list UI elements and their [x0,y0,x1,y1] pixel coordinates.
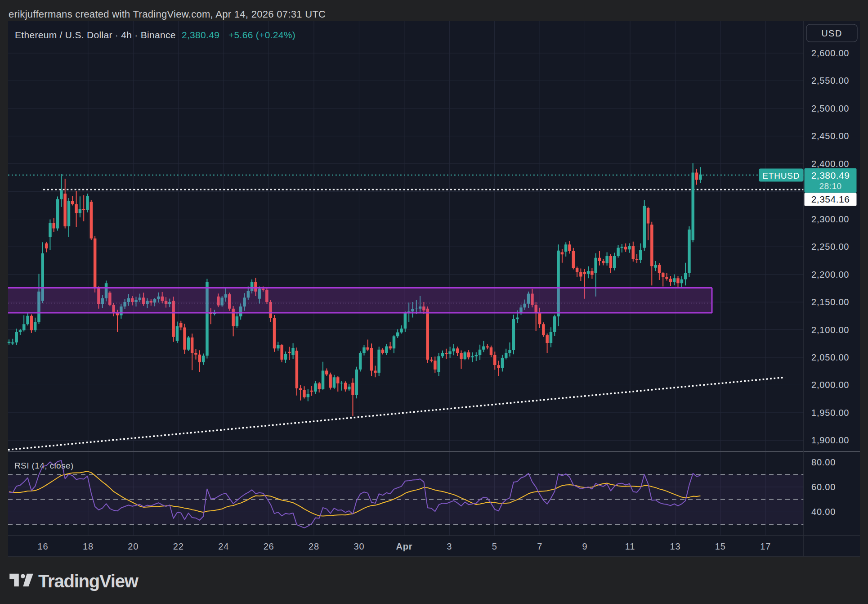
svg-text:2,354.16: 2,354.16 [811,194,850,204]
svg-text:60.00: 60.00 [811,482,836,492]
svg-text:TradingView: TradingView [38,571,139,591]
svg-text:80.00: 80.00 [811,457,836,467]
svg-text:2,150.00: 2,150.00 [811,297,849,307]
svg-text:11: 11 [625,541,635,551]
svg-text:Ethereum / U.S. Dollar · 4h ·: Ethereum / U.S. Dollar · 4h · Binance [15,30,176,40]
svg-text:2,600.00: 2,600.00 [811,48,849,58]
svg-text:Apr: Apr [396,541,412,551]
svg-text:40.00: 40.00 [811,507,836,517]
svg-text:3: 3 [447,541,452,551]
svg-text:2,250.00: 2,250.00 [811,242,849,252]
svg-text:7: 7 [537,541,542,551]
svg-text:28:10: 28:10 [819,181,841,191]
svg-text:15: 15 [715,541,726,551]
svg-text:1,950.00: 1,950.00 [811,408,849,418]
svg-text:2,000.00: 2,000.00 [811,380,849,390]
svg-text:2,100.00: 2,100.00 [811,325,849,335]
svg-text:16: 16 [38,541,49,551]
svg-text:17: 17 [760,541,771,551]
svg-text:ETHUSD: ETHUSD [762,171,800,180]
svg-text:24: 24 [218,541,229,551]
svg-text:30: 30 [353,541,364,551]
svg-text:2,380.49: 2,380.49 [811,170,850,180]
svg-text:2,380.49: 2,380.49 [182,30,219,40]
svg-text:2,550.00: 2,550.00 [811,76,849,86]
svg-text:9: 9 [582,541,588,551]
svg-text:13: 13 [670,541,680,551]
svg-text:5: 5 [492,541,497,551]
svg-text:2,450.00: 2,450.00 [811,131,849,141]
svg-text:26: 26 [264,541,274,551]
svg-text:22: 22 [173,541,184,551]
svg-text:20: 20 [128,541,139,551]
svg-text:2,300.00: 2,300.00 [811,214,849,224]
svg-text:2,050.00: 2,050.00 [811,352,849,362]
svg-text:28: 28 [309,541,319,551]
svg-text:1,900.00: 1,900.00 [811,435,849,445]
svg-text:2,200.00: 2,200.00 [811,270,849,279]
svg-text:2,400.00: 2,400.00 [811,159,849,169]
svg-text:RSI (14, close): RSI (14, close) [14,461,74,470]
svg-text:18: 18 [83,541,94,551]
svg-text:+5.66 (+0.24%): +5.66 (+0.24%) [228,30,295,40]
svg-text:2,500.00: 2,500.00 [811,104,849,113]
svg-text:USD: USD [821,28,842,38]
svg-text:erikjuffermans created with Tr: erikjuffermans created with TradingView.… [9,9,326,20]
